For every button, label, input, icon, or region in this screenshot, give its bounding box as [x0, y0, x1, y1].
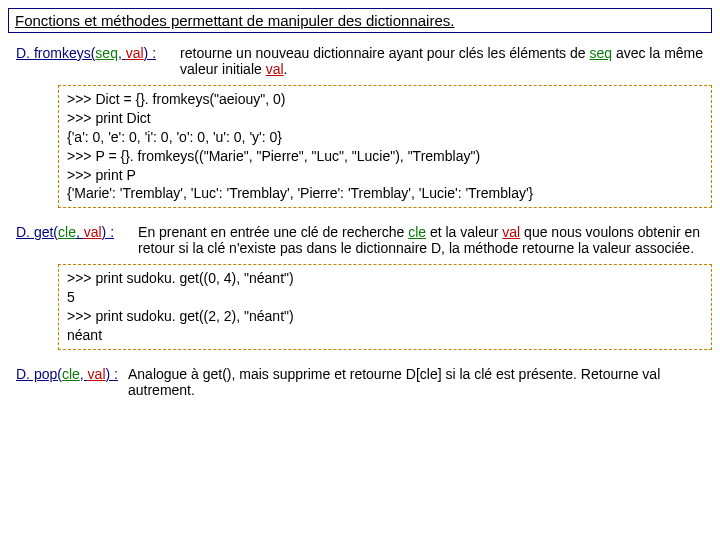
sig-suffix: ) :: [102, 224, 114, 240]
sig-suffix: ) :: [106, 366, 118, 382]
method-signature: D. get(cle, val) :: [8, 224, 138, 240]
desc-text: retourne un nouveau dictionnaire ayant p…: [180, 45, 589, 61]
desc-cle: cle: [408, 224, 426, 240]
desc-val: val: [266, 61, 284, 77]
method-description: retourne un nouveau dictionnaire ayant p…: [180, 45, 712, 77]
sig-prefix: D. get(: [16, 224, 58, 240]
sig-sep: ,: [118, 45, 126, 61]
sig-arg-val: val: [88, 366, 106, 382]
sig-arg-cle: cle: [58, 224, 76, 240]
method-get: D. get(cle, val) : En prenant en entrée …: [8, 224, 712, 256]
method-description: Analogue à get(), mais supprime et retou…: [128, 366, 712, 398]
sig-suffix: ) :: [144, 45, 156, 61]
desc-seq: seq: [589, 45, 612, 61]
method-fromkeys: D. fromkeys(seq, val) : retourne un nouv…: [8, 45, 712, 77]
sig-arg-cle: cle: [62, 366, 80, 382]
desc-val: val: [502, 224, 520, 240]
code-example-get: >>> print sudoku. get((0, 4), "néant") 5…: [58, 264, 712, 350]
sig-arg-val: val: [126, 45, 144, 61]
method-signature: D. fromkeys(seq, val) :: [8, 45, 180, 61]
sig-prefix: D. fromkeys(: [16, 45, 95, 61]
title-box: Fonctions et méthodes permettant de mani…: [8, 8, 712, 33]
method-description: En prenant en entrée une clé de recherch…: [138, 224, 712, 256]
sig-sep: ,: [80, 366, 88, 382]
page-title: Fonctions et méthodes permettant de mani…: [15, 12, 454, 29]
desc-text: .: [284, 61, 288, 77]
method-signature: D. pop(cle, val) :: [8, 366, 128, 382]
desc-text: Analogue à get(), mais supprime et retou…: [128, 366, 660, 398]
desc-text: En prenant en entrée une clé de recherch…: [138, 224, 408, 240]
code-example-fromkeys: >>> Dict = {}. fromkeys("aeiouy", 0) >>>…: [58, 85, 712, 208]
sig-arg-seq: seq: [95, 45, 118, 61]
sig-arg-val: val: [84, 224, 102, 240]
desc-text: et la valeur: [426, 224, 502, 240]
sig-prefix: D. pop(: [16, 366, 62, 382]
method-pop: D. pop(cle, val) : Analogue à get(), mai…: [8, 366, 712, 398]
sig-sep: ,: [76, 224, 84, 240]
